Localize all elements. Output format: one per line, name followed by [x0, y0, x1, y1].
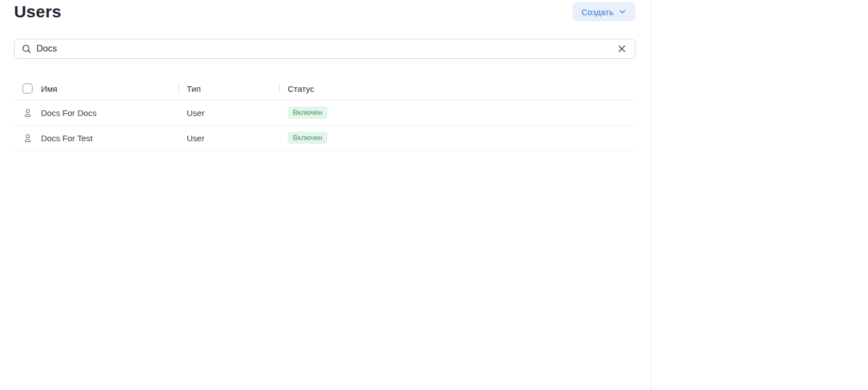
row-icon-cell — [22, 126, 41, 150]
row-status-cell: Включен — [279, 100, 635, 125]
user-name: Docs For Docs — [41, 108, 96, 118]
users-table: Имя Тип Статус Docs For Docs User — [14, 77, 635, 151]
user-type: User — [187, 108, 205, 118]
detail-panel-empty — [652, 0, 868, 390]
clear-search-button[interactable] — [616, 43, 628, 55]
status-badge: Включен — [288, 132, 327, 144]
row-type-cell: User — [178, 126, 279, 150]
header-type-label: Тип — [187, 84, 201, 94]
row-type-cell: User — [178, 100, 279, 125]
search-input[interactable] — [36, 44, 616, 54]
create-button[interactable]: Создать — [572, 2, 635, 21]
row-status-cell: Включен — [279, 126, 635, 150]
header-name: Имя — [41, 77, 178, 100]
table-row[interactable]: Docs For Docs User Включен — [14, 100, 635, 126]
header-name-label: Имя — [41, 84, 57, 94]
main-panel: Users Создать — [0, 0, 652, 390]
row-name-cell: Docs For Test — [41, 126, 178, 150]
select-all-checkbox[interactable] — [22, 83, 33, 94]
row-icon-cell — [22, 100, 41, 125]
header-status: Статус — [279, 77, 635, 100]
header-type: Тип — [178, 77, 279, 100]
create-button-label: Создать — [581, 7, 613, 17]
user-icon — [22, 133, 33, 143]
table-row[interactable]: Docs For Test User Включен — [14, 126, 635, 151]
status-badge: Включен — [288, 106, 327, 119]
user-name: Docs For Test — [41, 133, 93, 143]
user-icon — [22, 108, 33, 118]
search-bar — [14, 39, 635, 59]
table-header-row: Имя Тип Статус — [14, 77, 635, 100]
header-checkbox-cell — [22, 77, 41, 100]
topbar: Users Создать — [14, 0, 635, 22]
chevron-down-icon — [618, 8, 626, 16]
row-name-cell: Docs For Docs — [41, 100, 178, 125]
search-icon — [22, 44, 31, 54]
page-title: Users — [14, 1, 61, 22]
user-type: User — [187, 133, 205, 143]
header-status-label: Статус — [288, 84, 314, 94]
table-body: Docs For Docs User Включен Docs For Test… — [14, 100, 635, 151]
